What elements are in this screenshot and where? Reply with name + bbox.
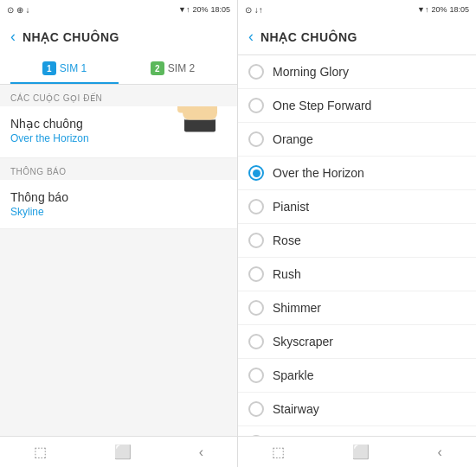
tab-sim1-label: SIM 1 [60,62,87,74]
right-status-icons: ⊙ ↓↑ [245,5,263,15]
ringtone-name: Rush [273,267,301,281]
left-nav-bar: ⬚ ⬜ ‹ [0,436,237,467]
radio-button[interactable] [248,98,264,113]
ringtone-item[interactable]: Stairway [238,393,476,426]
left-battery-text: 20% [192,5,208,14]
tab-sim2-label: SIM 2 [168,62,195,74]
left-page-title: NHẠC CHUÔNG [23,30,119,44]
notification-setting-title: Thông báo [10,190,227,204]
right-panel: ⊙ ↓↑ ▼↑ 20% 18:05 ‹ NHẠC CHUÔNG Morning … [238,0,476,467]
radio-button[interactable] [248,401,264,417]
ringtone-name: Shimmer [273,301,321,315]
radio-button[interactable] [248,266,264,282]
tab-sim1[interactable]: 1 SIM 1 [10,54,119,84]
left-content: CÁC CUỘC GỌI ĐẾN Nhạc chuông Over the Ho… [0,85,237,436]
right-page-title: NHẠC CHUÔNG [261,30,357,44]
radio-button[interactable] [248,165,264,181]
ringtone-name: Stairway [273,402,319,416]
left-status-icons: ⊙ ⊕ ↓ [7,5,30,15]
ringtone-item[interactable]: One Step Forward [238,89,476,123]
ringtone-name: Rose [273,234,301,247]
ringtone-item[interactable]: Morning Glory [238,55,476,89]
right-nav-recent-icon[interactable]: ⬚ [272,444,285,460]
notification-setting-item[interactable]: Thông báo Skyline [0,180,237,229]
tab-sim2-num: 2 [151,61,164,75]
ringtone-item[interactable]: Rose [238,224,476,258]
left-nav-back-icon[interactable]: ‹ [199,445,203,460]
left-status-bar: ⊙ ⊕ ↓ ▼↑ 20% 18:05 [0,0,237,19]
tab-sim2[interactable]: 2 SIM 2 [119,54,227,84]
ringtone-item[interactable]: Shimmer [238,291,476,325]
right-battery-text: 20% [431,5,447,14]
ringtone-item[interactable]: Skyscraper [238,325,476,359]
left-back-button[interactable]: ‹ [10,28,16,46]
ringtone-setting-item[interactable]: Nhạc chuông Over the Horizon [0,106,237,158]
left-status-left: ⊙ ⊕ ↓ [7,5,30,15]
radio-button[interactable] [248,199,264,214]
right-nav-back-icon[interactable]: ‹ [438,445,442,460]
ringtone-item[interactable]: Sunset [238,426,476,436]
ringtone-name: One Step Forward [273,99,371,112]
ringtone-name: Orange [273,132,313,146]
section-notification-label: THÔNG BÁO [0,158,237,180]
radio-button[interactable] [248,64,264,80]
left-signal-icon: ▼↑ [178,5,190,14]
left-panel: ⊙ ⊕ ↓ ▼↑ 20% 18:05 ‹ NHẠC CHUÔNG 1 SIM 1… [0,0,238,467]
tab-sim1-num: 1 [42,61,56,75]
ringtone-name: Morning Glory [273,65,349,79]
notification-setting-value: Skyline [10,206,227,218]
ringtone-item[interactable]: Rush [238,258,476,291]
right-nav-home-icon[interactable]: ⬜ [352,444,370,460]
radio-button[interactable] [248,368,264,383]
left-time-text: 18:05 [210,5,230,14]
right-header: ‹ NHẠC CHUÔNG [238,19,476,55]
ringtone-list: Morning GloryOne Step ForwardOrangeOver … [238,55,476,436]
radio-button[interactable] [248,131,264,147]
ringtone-item[interactable]: Orange [238,123,476,157]
left-status-right: ▼↑ 20% 18:05 [178,5,230,14]
left-tabs-row: 1 SIM 1 2 SIM 2 [10,54,227,84]
radio-button[interactable] [248,334,264,349]
right-nav-bar: ⬚ ⬜ ‹ [238,436,476,467]
left-nav-recent-icon[interactable]: ⬚ [34,444,47,460]
left-header: ‹ NHẠC CHUÔNG 1 SIM 1 2 SIM 2 [0,19,237,85]
right-time-text: 18:05 [449,5,469,14]
svg-rect-7 [177,106,186,113]
ringtone-name: Skyscraper [273,335,333,349]
ringtone-item[interactable]: Sparkle [238,359,476,393]
right-back-button[interactable]: ‹ [248,28,254,46]
ringtone-name: Sparkle [273,368,313,382]
left-nav-home-icon[interactable]: ⬜ [114,444,132,460]
radio-button[interactable] [248,233,264,248]
right-status-bar: ⊙ ↓↑ ▼↑ 20% 18:05 [238,0,476,19]
ringtone-name: Over the Horizon [273,166,364,180]
ringtone-item[interactable]: Over the Horizon [238,157,476,190]
section-calls-label: CÁC CUỘC GỌI ĐẾN [0,85,237,106]
ringtone-item[interactable]: Pianist [238,190,476,224]
svg-rect-2 [183,106,217,120]
right-status-right: ▼↑ 20% 18:05 [417,5,469,14]
hand-pointer-icon [161,106,230,141]
right-status-left: ⊙ ↓↑ [245,5,263,15]
right-signal-icon: ▼↑ [417,5,428,14]
radio-button[interactable] [248,300,264,316]
ringtone-name: Pianist [273,200,309,214]
